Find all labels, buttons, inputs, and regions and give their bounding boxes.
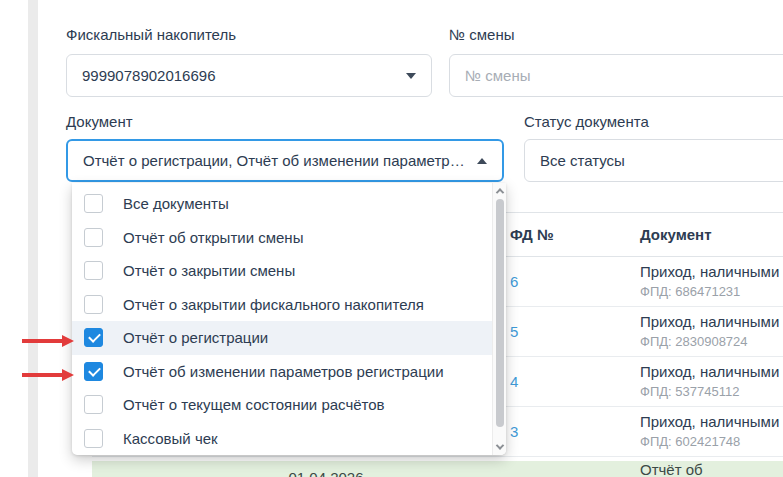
document-select[interactable]: Отчёт о регистрации, Отчёт об изменении … <box>66 139 504 182</box>
checkbox-unchecked-icon[interactable] <box>84 395 103 414</box>
dropdown-option-label: Кассовый чек <box>123 430 218 447</box>
fd-number-link[interactable]: 4 <box>510 373 518 390</box>
scrollbar-up-arrow[interactable] <box>493 184 506 198</box>
fiscal-drive-label: Фискальный накопитель <box>66 26 236 43</box>
dropdown-scrollbar[interactable] <box>492 183 506 455</box>
left-gutter <box>28 0 38 477</box>
dropdown-option-label: Отчёт о текущем состоянии расчётов <box>123 396 385 413</box>
dropdown-option-label: Отчёт о закрытии смены <box>123 262 295 279</box>
checkbox-checked-icon[interactable] <box>84 328 103 347</box>
document-status-label: Статус документа <box>524 113 649 130</box>
chevron-down-icon <box>406 73 416 79</box>
document-type: Приход, наличными <box>640 363 783 381</box>
document-status-select[interactable]: Все статусы <box>524 139 783 182</box>
document-select-value: Отчёт о регистрации, Отчёт об изменении … <box>83 152 469 169</box>
fpd-code: ФПД: 602421748 <box>640 434 783 450</box>
dropdown-option-label: Отчёт об изменении параметров регистраци… <box>123 363 444 380</box>
fiscal-drive-value: 9999078902016696 <box>82 67 398 84</box>
table-row-summary[interactable]: 01.04.2026 Отчёт об <box>92 461 783 477</box>
fd-number-link[interactable]: 3 <box>510 423 518 440</box>
dropdown-option[interactable]: Отчёт о закрытии смены <box>72 254 492 288</box>
document-type: Приход, наличными <box>640 413 783 431</box>
annotation-arrow-icon <box>22 373 62 377</box>
chevron-up-icon <box>496 188 504 196</box>
dropdown-option[interactable]: Отчёт об открытии смены <box>72 221 492 255</box>
checkbox-unchecked-icon[interactable] <box>84 429 103 448</box>
header-cell-fd: ФД № <box>510 226 640 243</box>
document-status-value: Все статусы <box>540 152 783 169</box>
document-type: Приход, наличными <box>640 313 783 331</box>
dropdown-option[interactable]: Отчёт о закрытии фискального накопителя <box>72 288 492 322</box>
summary-date: 01.04.2026 <box>288 461 363 477</box>
dropdown-option[interactable]: Отчёт о текущем состоянии расчётов <box>72 388 492 422</box>
checkbox-unchecked-icon[interactable] <box>84 194 103 213</box>
dropdown-option-label: Отчёт о закрытии фискального накопителя <box>123 296 424 313</box>
checkbox-checked-icon[interactable] <box>84 362 103 381</box>
summary-document: Отчёт об <box>640 453 703 477</box>
shift-number-input[interactable] <box>465 67 783 84</box>
chevron-down-icon <box>496 441 504 449</box>
dropdown-option[interactable]: Все документы <box>72 187 492 221</box>
fpd-code: ФПД: 537745112 <box>640 384 783 400</box>
fd-number-link[interactable]: 5 <box>510 323 518 340</box>
dropdown-option[interactable]: Отчёт о регистрации <box>72 321 492 355</box>
fpd-code: ФПД: 686471231 <box>640 284 783 300</box>
scrollbar-thumb[interactable] <box>496 199 504 427</box>
dropdown-option[interactable]: Кассовый чек <box>72 422 492 456</box>
checkbox-unchecked-icon[interactable] <box>84 261 103 280</box>
fd-number-link[interactable]: 6 <box>510 273 518 290</box>
shift-number-field[interactable] <box>449 54 783 97</box>
document-type: Приход, наличными <box>640 263 783 281</box>
header-cell-document: Документ <box>640 226 783 243</box>
fpd-code: ФПД: 2830908724 <box>640 334 783 350</box>
checkbox-unchecked-icon[interactable] <box>84 228 103 247</box>
dropdown-option[interactable]: Отчёт об изменении параметров регистраци… <box>72 355 492 389</box>
dropdown-option-label: Отчёт о регистрации <box>123 329 268 346</box>
fiscal-drive-select[interactable]: 9999078902016696 <box>66 54 432 97</box>
chevron-up-icon <box>477 158 487 164</box>
scrollbar-down-arrow[interactable] <box>493 440 506 454</box>
document-dropdown-list: Все документыОтчёт об открытии сменыОтчё… <box>72 187 492 455</box>
checkbox-unchecked-icon[interactable] <box>84 295 103 314</box>
annotation-arrow-icon <box>22 339 62 343</box>
dropdown-option-label: Все документы <box>123 195 229 212</box>
document-dropdown-panel: Все документыОтчёт об открытии сменыОтчё… <box>72 183 506 455</box>
shift-number-label: № смены <box>449 26 514 43</box>
dropdown-option-label: Отчёт об открытии смены <box>123 229 303 246</box>
document-label: Документ <box>66 113 133 130</box>
